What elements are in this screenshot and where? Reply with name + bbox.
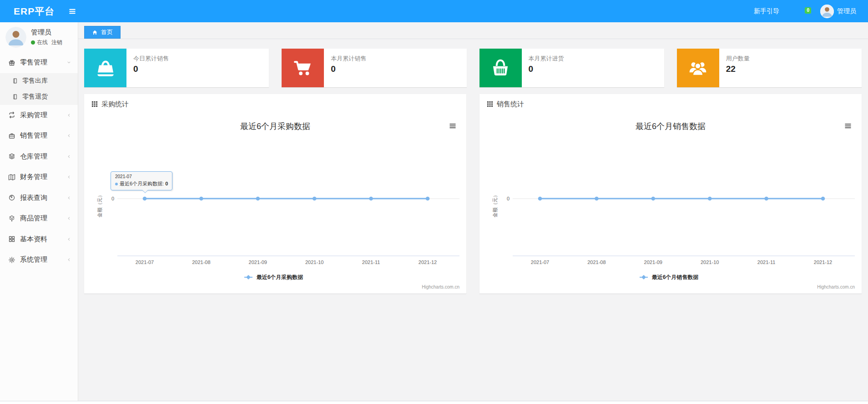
export-menu-icon xyxy=(844,122,852,130)
legend-item[interactable]: 最近6个月采购数据 xyxy=(244,274,303,280)
navbar-right: 新手引导 0 管理员 xyxy=(751,5,868,18)
legend-diamond-marker xyxy=(246,275,251,279)
shopping-basket-icon xyxy=(490,58,511,79)
legend-label: 最近6个月销售数据 xyxy=(652,274,699,280)
chart-area: 最近6个月采购数据金额（元）02021-072021-082021-092021… xyxy=(84,114,466,294)
shopping-bag-icon xyxy=(95,58,116,79)
stat-card: 本月累计进货0 xyxy=(479,49,664,87)
th-grid-icon xyxy=(487,101,493,107)
chevron-left-icon xyxy=(66,175,71,180)
gift-icon xyxy=(8,59,15,66)
chevron-down-icon xyxy=(66,60,71,65)
stat-card-icon-block xyxy=(84,49,126,87)
app-brand[interactable]: ERP平台 xyxy=(14,5,55,18)
dropbox-icon xyxy=(8,215,15,222)
x-tick-label: 2021-08 xyxy=(587,259,606,265)
stat-card-title: 本月累计进货 xyxy=(529,55,564,63)
chart-credits: Highcharts.com.cn xyxy=(422,284,459,289)
legend-diamond-marker xyxy=(641,275,646,279)
sidebar-subitem-label: 零售出库 xyxy=(22,77,48,85)
sidebar-item[interactable]: 系统管理 xyxy=(0,249,78,270)
chevron-left-icon xyxy=(66,113,71,118)
sidebar-item-label: 采购管理 xyxy=(20,111,47,120)
sidebar-item[interactable]: 仓库管理 xyxy=(0,146,78,167)
guide-link[interactable]: 新手引导 xyxy=(751,7,779,15)
page-footer xyxy=(0,401,868,404)
data-point-marker[interactable] xyxy=(199,197,203,201)
chart-export-menu-button[interactable] xyxy=(449,121,456,129)
x-tick-label: 2021-11 xyxy=(362,259,380,265)
sidebar-menu: 零售管理零售出库零售退货采购管理销售管理仓库管理财务管理报表查询商品管理基本资料… xyxy=(0,52,78,270)
sidebar-item[interactable]: 销售管理 xyxy=(0,125,78,146)
tooltip-date: 2021-07 xyxy=(115,174,168,179)
chevron-left-icon xyxy=(66,216,71,221)
sidebar-subitem-label: 零售退货 xyxy=(22,93,48,101)
logout-link[interactable]: 注销 xyxy=(51,39,62,46)
data-point-marker[interactable] xyxy=(143,197,147,201)
x-tick-label: 2021-07 xyxy=(531,259,549,265)
export-menu-icon xyxy=(449,122,456,130)
chevron-left-icon xyxy=(66,154,71,159)
sidebar-item[interactable]: 采购管理 xyxy=(0,105,78,126)
data-point-marker[interactable] xyxy=(651,197,656,201)
y-tick-label: 0 xyxy=(111,196,114,201)
sidebar-item-label: 报表查询 xyxy=(20,194,47,202)
avatar xyxy=(5,27,26,48)
x-tick-label: 2021-07 xyxy=(136,259,154,265)
journal-icon xyxy=(12,94,18,100)
sidebar-item[interactable]: 商品管理 xyxy=(0,208,78,229)
line-chart: 最近6个月采购数据金额（元）02021-072021-082021-092021… xyxy=(84,114,466,294)
stat-card: 用户数量22 xyxy=(677,49,862,87)
legend-item[interactable]: 最近6个月销售数据 xyxy=(640,274,698,280)
tab-label: 首页 xyxy=(101,28,113,36)
stat-card-value: 22 xyxy=(726,64,750,74)
data-point-marker[interactable] xyxy=(764,197,768,201)
data-point-marker[interactable] xyxy=(595,197,599,201)
sidebar-item[interactable]: 财务管理 xyxy=(0,167,78,188)
data-point-marker[interactable] xyxy=(426,197,430,201)
stat-card-title: 本月累计销售 xyxy=(331,55,366,63)
guide-label: 新手引导 xyxy=(754,7,779,15)
online-status-label: 在线 xyxy=(37,39,48,46)
tooltip-callout-arrow xyxy=(142,190,148,193)
chart-panel: 采购统计最近6个月采购数据金额（元）02021-072021-082021-09… xyxy=(84,94,466,294)
menu-bars-icon xyxy=(68,7,76,15)
x-tick-label: 2021-09 xyxy=(644,259,662,265)
x-tick-label: 2021-12 xyxy=(814,259,832,265)
sidebar-subitem[interactable]: 零售出库 xyxy=(0,73,78,89)
stat-card: 今日累计销售0 xyxy=(84,49,269,87)
sidebar: 管理员 在线 注销 零售管理零售出库零售退货采购管理销售管理仓库管理财务管理报表… xyxy=(0,22,78,401)
legend-label: 最近6个月采购数据 xyxy=(257,274,303,280)
stat-card-icon-block xyxy=(479,49,522,87)
data-point-marker[interactable] xyxy=(538,197,542,201)
y-tick-label: 0 xyxy=(507,196,510,201)
data-point-marker[interactable] xyxy=(313,197,317,201)
chart-export-menu-button[interactable] xyxy=(844,121,852,129)
journal-icon xyxy=(12,78,18,84)
sidebar-item[interactable]: 基本资料 xyxy=(0,229,78,250)
map-icon xyxy=(8,174,15,181)
sidebar-item[interactable]: 报表查询 xyxy=(0,188,78,209)
stat-card-icon-block xyxy=(282,49,324,87)
stat-card-value: 0 xyxy=(331,64,366,74)
chevron-left-icon xyxy=(66,195,71,200)
data-point-marker[interactable] xyxy=(708,197,712,201)
chart-title: 最近6个月采购数据 xyxy=(240,122,310,131)
sidebar-toggle-button[interactable] xyxy=(68,7,76,15)
briefcase-icon xyxy=(8,132,15,140)
tooltip-series-line: 最近6个月采购数据: 0 xyxy=(115,180,168,187)
data-point-marker[interactable] xyxy=(821,197,825,201)
data-point-marker[interactable] xyxy=(256,197,260,201)
gear-icon xyxy=(8,256,15,264)
sidebar-item[interactable]: 零售管理 xyxy=(0,52,78,73)
data-point-marker[interactable] xyxy=(369,197,373,201)
main-content: 首页 今日累计销售0本月累计销售0本月累计进货0用户数量22 采购统计最近6个月… xyxy=(78,22,868,401)
chart-title: 最近6个月销售数据 xyxy=(636,122,706,131)
stat-card-title: 今日累计销售 xyxy=(133,55,169,63)
stat-card-value: 0 xyxy=(133,64,169,74)
user-menu[interactable]: 管理员 xyxy=(820,5,856,18)
sidebar-item-label: 商品管理 xyxy=(20,214,47,223)
sidebar-subitem[interactable]: 零售退货 xyxy=(0,89,78,105)
panel-title: 销售统计 xyxy=(497,100,524,109)
tab-home[interactable]: 首页 xyxy=(84,26,121,39)
